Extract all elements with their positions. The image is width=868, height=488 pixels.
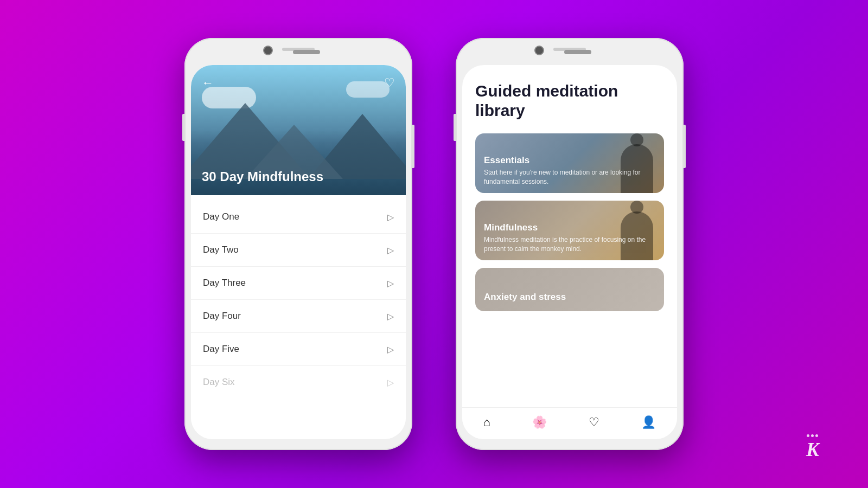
card-text-block: MindfulnessMindfulness meditation is the… xyxy=(475,216,664,260)
left-screen-content: ← ♡ 30 Day Mindfulness Day One▷Day Two▷D… xyxy=(191,65,406,439)
play-icon: ▷ xyxy=(387,311,394,322)
day-label: Day Four xyxy=(203,311,241,322)
category-name: Essentials xyxy=(484,155,655,166)
day-list-item[interactable]: Day One▷ xyxy=(191,201,406,234)
favorites-nav[interactable]: ♡ xyxy=(589,415,599,429)
favorite-button[interactable]: ♡ xyxy=(384,76,395,90)
cloud-decoration-2 xyxy=(346,81,390,98)
left-phone: ← ♡ 30 Day Mindfulness Day One▷Day Two▷D… xyxy=(184,38,412,450)
back-button[interactable]: ← xyxy=(202,76,214,90)
day-label: Day Six xyxy=(203,377,235,388)
phone-camera-right xyxy=(534,46,544,55)
day-list-item[interactable]: Day Two▷ xyxy=(191,234,406,267)
day-list-item[interactable]: Day Four▷ xyxy=(191,300,406,333)
profile-nav[interactable]: 👤 xyxy=(641,415,656,429)
card-text-block: Anxiety and stress xyxy=(475,285,575,311)
day-list-item[interactable]: Day Three▷ xyxy=(191,267,406,300)
category-description: Mindfulness meditation is the practice o… xyxy=(484,235,655,254)
bottom-navigation: ⌂🌸♡👤 xyxy=(462,407,677,439)
play-icon: ▷ xyxy=(387,377,394,388)
hero-image: ← ♡ 30 Day Mindfulness xyxy=(191,65,406,195)
phone-side-left xyxy=(182,114,184,141)
days-list: Day One▷Day Two▷Day Three▷Day Four▷Day F… xyxy=(191,195,406,439)
category-name: Mindfulness xyxy=(484,222,655,233)
brand-logo: K xyxy=(806,434,819,461)
card-text-block: EssentialsStart here if you're new to me… xyxy=(475,149,664,193)
day-list-item[interactable]: Day Six▷ xyxy=(191,366,406,399)
hero-title: 30 Day Mindfulness xyxy=(202,169,323,184)
logo-letter: K xyxy=(806,438,819,461)
day-label: Day Five xyxy=(203,344,239,355)
left-phone-screen: ← ♡ 30 Day Mindfulness Day One▷Day Two▷D… xyxy=(191,65,406,439)
meditate-nav[interactable]: 🌸 xyxy=(532,415,547,429)
right-phone-screen: Guided meditation library EssentialsStar… xyxy=(462,65,677,439)
day-list-item[interactable]: Day Five▷ xyxy=(191,333,406,366)
logo-dot xyxy=(815,434,818,437)
library-content: Guided meditation library EssentialsStar… xyxy=(462,65,677,407)
day-label: Day Two xyxy=(203,245,239,255)
play-icon: ▷ xyxy=(387,278,394,288)
logo-dot xyxy=(807,434,809,437)
day-label: Day One xyxy=(203,211,239,222)
right-screen-content: Guided meditation library EssentialsStar… xyxy=(462,65,677,439)
play-icon: ▷ xyxy=(387,344,394,355)
home-nav[interactable]: ⌂ xyxy=(483,415,490,429)
day-label: Day Three xyxy=(203,278,246,288)
category-card-essentials[interactable]: EssentialsStart here if you're new to me… xyxy=(475,133,664,193)
right-phone: Guided meditation library EssentialsStar… xyxy=(456,38,684,450)
phone-side-right-right xyxy=(684,125,686,168)
category-description: Start here if you're new to meditation o… xyxy=(484,168,655,187)
phone-camera-left xyxy=(263,46,273,55)
logo-dot xyxy=(811,434,814,437)
library-title: Guided meditation library xyxy=(475,81,664,120)
phone-side-right-left xyxy=(412,125,414,168)
phone-speaker-left xyxy=(293,50,320,54)
phones-container: ← ♡ 30 Day Mindfulness Day One▷Day Two▷D… xyxy=(184,38,684,450)
category-card-anxiety[interactable]: Anxiety and stress xyxy=(475,268,664,311)
category-card-mindfulness[interactable]: MindfulnessMindfulness meditation is the… xyxy=(475,201,664,260)
category-name: Anxiety and stress xyxy=(484,292,566,303)
phone-speaker-right xyxy=(564,50,591,54)
phone-side-left-right xyxy=(454,114,456,141)
play-icon: ▷ xyxy=(387,212,394,222)
play-icon: ▷ xyxy=(387,245,394,255)
